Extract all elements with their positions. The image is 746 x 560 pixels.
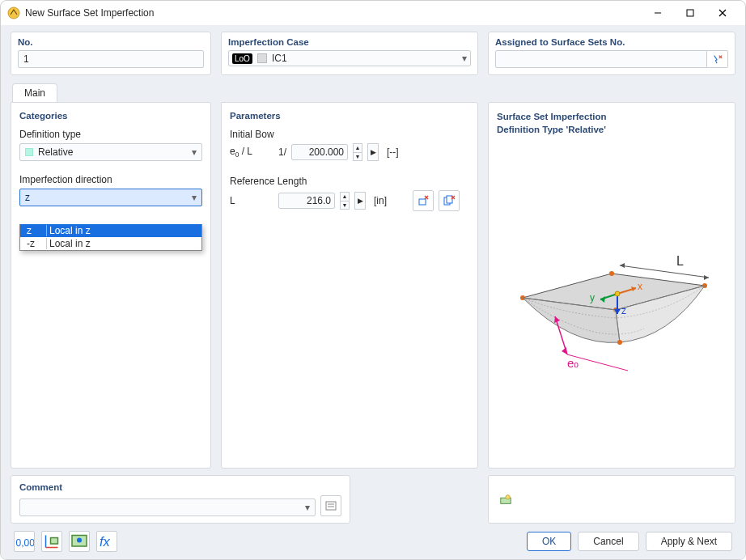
def-type-label: Definition type (19, 129, 202, 140)
L-label: L (230, 195, 273, 206)
no-input[interactable]: 1 (18, 50, 204, 68)
svg-text:0,00: 0,00 (16, 537, 35, 549)
e0L-input[interactable]: 200.000 (291, 144, 348, 160)
no-block: No. 1 (11, 32, 211, 75)
app-icon (7, 6, 20, 19)
parameters-panel: Parameters Initial Bow e0 / L 1/ 200.000… (221, 102, 478, 469)
svg-point-19 (617, 340, 622, 345)
dialog-footer: 0,00 fx OK Cancel Apply & Next (11, 524, 735, 559)
svg-point-43 (506, 495, 510, 499)
L-unit: [in] (374, 195, 387, 206)
svg-text:e₀: e₀ (567, 356, 579, 370)
svg-rect-39 (326, 502, 336, 510)
chevron-down-icon: ▾ (192, 146, 197, 158)
svg-marker-36 (562, 347, 567, 354)
direction-option-z[interactable]: z Local in z (20, 224, 201, 237)
svg-text:fx: fx (100, 534, 111, 549)
svg-point-33 (615, 291, 620, 296)
e0L-more-button[interactable]: ▶ (367, 143, 379, 161)
assigned-input[interactable] (495, 50, 707, 68)
tab-main[interactable]: Main (12, 83, 57, 102)
imperfection-direction-combo[interactable]: z ▾ (19, 189, 202, 206)
imperfection-case-combo[interactable]: LoO IC1 ▾ (228, 50, 471, 66)
imperfection-case-block: Imperfection Case LoO IC1 ▾ (221, 32, 478, 75)
svg-text:x: x (638, 281, 642, 292)
window-title: New Surface Set Imperfection (25, 7, 642, 19)
pick-surface-sets-button[interactable] (707, 50, 728, 68)
initial-bow-label: Initial Bow (230, 129, 469, 140)
diagram-illustration: L x y z e₀ (497, 136, 727, 460)
chevron-down-icon: ▾ (305, 502, 310, 513)
comment-glossary-button[interactable] (320, 495, 341, 516)
comment-combo[interactable]: ▾ (19, 498, 316, 516)
svg-marker-21 (620, 263, 625, 268)
e0L-spinner[interactable]: ▲▼ (353, 143, 362, 161)
e0L-unit: [--] (387, 146, 399, 158)
L-more-button[interactable]: ▶ (354, 192, 366, 210)
direction-option-minus-z[interactable]: -z Local in z (20, 237, 201, 250)
diagram-panel: Surface Set ImperfectionDefinition Type … (488, 102, 735, 469)
assigned-block: Assigned to Surface Sets No. (488, 32, 735, 75)
no-label: No. (18, 37, 204, 47)
maximize-button[interactable] (674, 1, 706, 25)
case-name: IC1 (272, 53, 462, 64)
cancel-button[interactable]: Cancel (578, 532, 638, 551)
definition-type-combo[interactable]: Relative ▾ (19, 143, 202, 161)
copy-length-button[interactable] (439, 190, 460, 211)
svg-marker-22 (704, 275, 709, 280)
svg-text:z: z (621, 305, 626, 316)
minimize-button[interactable] (642, 1, 674, 25)
apply-next-button[interactable]: Apply & Next (646, 532, 732, 551)
case-label: Imperfection Case (228, 37, 471, 47)
svg-rect-47 (51, 538, 58, 545)
comment-label: Comment (19, 482, 341, 492)
close-button[interactable] (706, 1, 739, 25)
coordinates-button[interactable] (41, 531, 62, 552)
svg-line-20 (620, 265, 709, 278)
render-button[interactable] (69, 531, 90, 552)
svg-point-49 (77, 538, 82, 543)
units-button[interactable]: 0,00 (14, 531, 35, 552)
def-type-swatch (25, 148, 33, 156)
case-badge: LoO (232, 53, 252, 64)
svg-rect-2 (687, 10, 693, 16)
categories-title: Categories (19, 111, 202, 121)
parameters-title: Parameters (230, 111, 469, 121)
diagram-tools-panel (488, 475, 735, 524)
e0L-label: e0 / L (230, 146, 273, 159)
ref-length-label: Reference Length (230, 176, 469, 187)
svg-rect-11 (447, 196, 452, 203)
direction-label: Imperfection direction (19, 174, 202, 185)
svg-point-16 (609, 271, 614, 276)
def-type-value: Relative (38, 146, 192, 158)
ok-button[interactable]: OK (527, 532, 571, 551)
direction-value: z (25, 192, 192, 203)
case-color-swatch (257, 53, 267, 63)
svg-text:L: L (676, 254, 684, 268)
chevron-down-icon: ▾ (462, 53, 467, 64)
title-bar: New Surface Set Imperfection (1, 1, 745, 25)
categories-panel: Categories Definition type Relative ▾ Im… (11, 102, 211, 469)
reset-length-button[interactable] (413, 190, 434, 211)
svg-text:y: y (590, 292, 595, 303)
L-input[interactable]: 216.0 (278, 193, 335, 209)
diagram-view-button[interactable] (495, 489, 516, 510)
direction-dropdown: z Local in z -z Local in z (19, 224, 202, 251)
assigned-label: Assigned to Surface Sets No. (495, 37, 728, 47)
chevron-down-icon: ▾ (192, 192, 197, 203)
L-spinner[interactable]: ▲▼ (340, 192, 350, 210)
svg-rect-7 (419, 199, 426, 205)
diagram-title: Surface Set ImperfectionDefinition Type … (497, 111, 727, 136)
comment-panel: Comment ▾ (11, 475, 350, 524)
one-over-label: 1/ (278, 146, 286, 158)
script-button[interactable]: fx (96, 531, 117, 552)
